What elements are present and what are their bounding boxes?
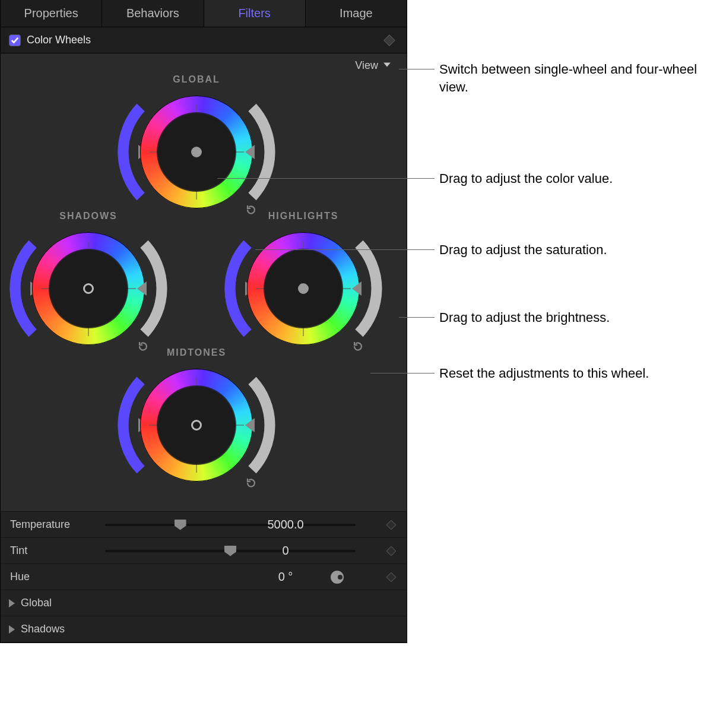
- keyframe-hue[interactable]: [386, 572, 397, 582]
- row-hue: Hue 0 °: [1, 564, 407, 590]
- inspector-panel: Properties Behaviors Filters Image Color…: [0, 0, 407, 643]
- keyframe-tint[interactable]: [386, 546, 397, 556]
- callout-reset: Reset the adjustments to this wheel.: [439, 365, 649, 382]
- brightness-slider-global[interactable]: [248, 102, 277, 202]
- label-tint: Tint: [10, 545, 105, 557]
- color-wheel-global[interactable]: [140, 96, 253, 208]
- label-temperature: Temperature: [10, 518, 105, 531]
- callout-color-value: Drag to adjust the color value.: [439, 170, 613, 188]
- wheel-group-global: GLOBAL: [119, 74, 274, 214]
- value-temperature[interactable]: 5000.0: [250, 518, 321, 531]
- color-wheel-midtones[interactable]: [140, 369, 253, 482]
- disclosure-label-global: Global: [21, 597, 52, 609]
- callout-saturation: Drag to adjust the saturation.: [439, 241, 607, 259]
- wheel-group-shadows: SHADOWS: [11, 211, 166, 351]
- row-temperature: Temperature 5000.0: [1, 512, 407, 538]
- color-control-handle-midtones[interactable]: [191, 420, 202, 431]
- color-wheel-shadows[interactable]: [32, 232, 145, 345]
- tab-properties[interactable]: Properties: [1, 0, 102, 27]
- wheel-label-midtones: MIDTONES: [167, 347, 226, 358]
- color-control-handle-shadows[interactable]: [83, 283, 94, 294]
- wheel-widget-global: [119, 90, 274, 214]
- brightness-slider-midtones[interactable]: [248, 375, 277, 476]
- wheel-label-highlights: HIGHLIGHTS: [268, 211, 339, 221]
- tab-image[interactable]: Image: [306, 0, 407, 27]
- wheel-label-global: GLOBAL: [173, 74, 220, 85]
- keyframe-temperature[interactable]: [386, 520, 397, 530]
- view-mode-row: View: [1, 53, 407, 72]
- reset-button-midtones[interactable]: [245, 477, 257, 489]
- wheel-widget-highlights: [226, 226, 380, 351]
- filter-enable-checkbox[interactable]: [9, 34, 21, 46]
- label-hue: Hue: [10, 571, 105, 583]
- svg-marker-0: [383, 63, 391, 67]
- row-tint: Tint 0: [1, 538, 407, 564]
- chevron-down-icon: [383, 61, 391, 71]
- filter-title: Color Wheels: [27, 34, 91, 46]
- wheel-widget-midtones: [119, 363, 274, 488]
- view-mode-popup[interactable]: View: [355, 59, 378, 72]
- disclosure-label-shadows: Shadows: [21, 623, 65, 635]
- wheel-group-midtones: MIDTONES: [119, 347, 274, 488]
- disclosure-global[interactable]: Global: [1, 590, 407, 616]
- brightness-slider-shadows[interactable]: [139, 238, 169, 339]
- value-tint[interactable]: 0: [250, 544, 321, 558]
- wheel-group-highlights: HIGHLIGHTS: [226, 211, 380, 351]
- tab-behaviors[interactable]: Behaviors: [102, 0, 204, 27]
- disclosure-triangle-icon: [9, 599, 15, 607]
- brightness-slider-highlights[interactable]: [354, 238, 384, 339]
- dial-hue[interactable]: [331, 571, 344, 584]
- color-wheels-area: GLOBAL: [1, 72, 407, 511]
- callout-view: Switch between single-wheel and four-whe…: [439, 61, 698, 96]
- wheel-widget-shadows: [11, 226, 166, 351]
- color-control-handle-highlights[interactable]: [298, 283, 309, 294]
- filter-keyframe-toggle[interactable]: [383, 34, 395, 46]
- adjustment-sliders: Temperature 5000.0 Tint 0 Hue 0 °: [1, 511, 407, 642]
- wheel-label-shadows: SHADOWS: [59, 211, 118, 221]
- inspector-tabs: Properties Behaviors Filters Image: [1, 0, 407, 27]
- callout-brightness: Drag to adjust the brightness.: [439, 309, 610, 327]
- reset-button-highlights[interactable]: [352, 340, 364, 352]
- value-hue[interactable]: 0 °: [250, 570, 321, 584]
- disclosure-triangle-icon: [9, 625, 15, 634]
- tab-filters[interactable]: Filters: [204, 0, 306, 27]
- color-control-handle-global[interactable]: [191, 147, 202, 157]
- filter-header-row: Color Wheels: [1, 27, 407, 53]
- check-icon: [11, 36, 19, 45]
- disclosure-shadows[interactable]: Shadows: [1, 616, 407, 642]
